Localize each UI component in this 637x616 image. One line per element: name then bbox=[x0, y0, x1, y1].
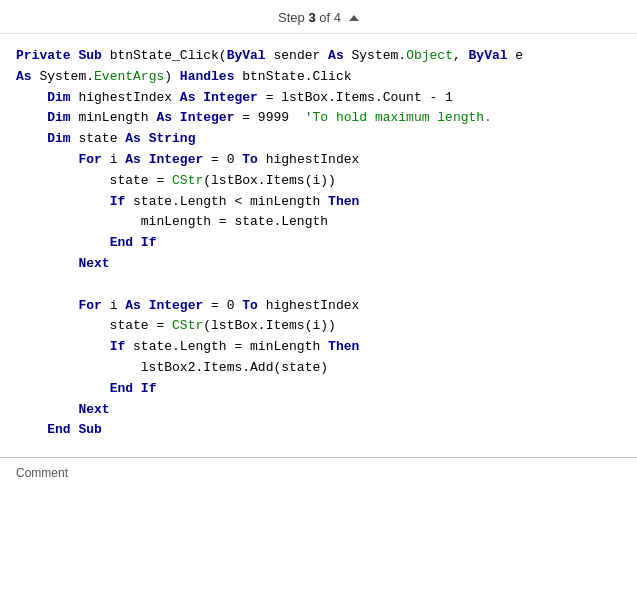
code-line bbox=[16, 275, 621, 296]
code-line: Dim highestIndex As Integer = lstBox.Ite… bbox=[16, 88, 621, 109]
code-line: state = CStr(lstBox.Items(i)) bbox=[16, 171, 621, 192]
code-line: End If bbox=[16, 233, 621, 254]
header: Step 3 of 4 bbox=[0, 0, 637, 34]
code-line: For i As Integer = 0 To highestIndex bbox=[16, 150, 621, 171]
of-label: of bbox=[316, 10, 334, 25]
code-line: state = CStr(lstBox.Items(i)) bbox=[16, 316, 621, 337]
step-word: Step bbox=[278, 10, 308, 25]
code-line: As System.EventArgs) Handles btnState.Cl… bbox=[16, 67, 621, 88]
code-line: End If bbox=[16, 379, 621, 400]
comment-label: Comment bbox=[16, 466, 68, 480]
code-line: Private Sub btnState_Click(ByVal sender … bbox=[16, 46, 621, 67]
code-line: Next bbox=[16, 400, 621, 421]
code-line: End Sub bbox=[16, 420, 621, 441]
code-line: If state.Length = minLength Then bbox=[16, 337, 621, 358]
code-line: Next bbox=[16, 254, 621, 275]
chevron-up-icon[interactable] bbox=[349, 15, 359, 21]
code-line: Dim minLength As Integer = 9999 'To hold… bbox=[16, 108, 621, 129]
step-label: Step 3 of 4 bbox=[278, 10, 341, 25]
code-line: minLength = state.Length bbox=[16, 212, 621, 233]
code-line: If state.Length < minLength Then bbox=[16, 192, 621, 213]
code-line: lstBox2.Items.Add(state) bbox=[16, 358, 621, 379]
code-area: Private Sub btnState_Click(ByVal sender … bbox=[0, 34, 637, 457]
code-line: Dim state As String bbox=[16, 129, 621, 150]
total-steps: 4 bbox=[334, 10, 341, 25]
bottom-bar: Comment bbox=[0, 457, 637, 488]
step-number: 3 bbox=[308, 10, 315, 25]
code-line: For i As Integer = 0 To highestIndex bbox=[16, 296, 621, 317]
